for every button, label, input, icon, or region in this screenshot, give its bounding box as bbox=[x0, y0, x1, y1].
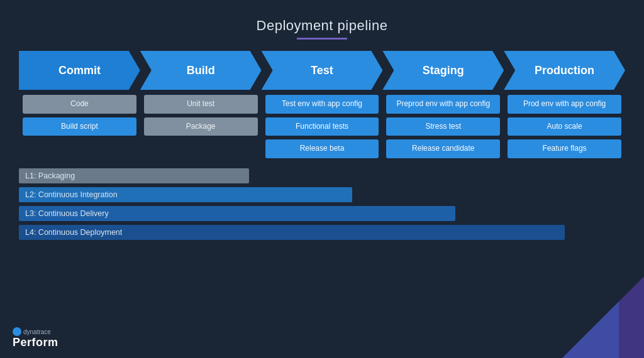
production-arrow-shape: Production bbox=[504, 51, 625, 90]
commit-label: Commit bbox=[58, 64, 101, 77]
deco-corner bbox=[562, 276, 644, 358]
levels-section: L1: Packaging L2: Continuous Integration… bbox=[19, 168, 625, 240]
staging-cards: Preprod env with app config Stress test … bbox=[382, 95, 504, 158]
build-cards: Unit test Package bbox=[140, 95, 262, 158]
commit-card-code: Code bbox=[23, 95, 136, 114]
test-card-functional: Functional tests bbox=[265, 117, 379, 136]
arrow-build: Build bbox=[140, 51, 262, 90]
level-l2-bar: L2: Continuous Integration bbox=[19, 187, 352, 202]
cards-section: Code Build script Unit test Package Test… bbox=[19, 95, 625, 158]
test-label: Test bbox=[311, 64, 333, 77]
build-label: Build bbox=[187, 64, 215, 77]
level-l4-bar: L4: Continuous Deployment bbox=[19, 225, 565, 240]
production-card-env: Prod env with app config bbox=[508, 95, 621, 114]
staging-label: Staging bbox=[423, 64, 464, 77]
staging-arrow-shape: Staging bbox=[382, 51, 504, 90]
pipeline-row: Commit Build Test Staging Production bbox=[19, 51, 625, 90]
arrow-test: Test bbox=[262, 51, 383, 90]
production-label: Production bbox=[535, 64, 594, 77]
commit-arrow-shape: Commit bbox=[19, 51, 140, 90]
level-l2-label: L2: Continuous Integration bbox=[25, 190, 118, 199]
production-cards: Prod env with app config Auto scale Feat… bbox=[504, 95, 625, 158]
deco-tri1 bbox=[562, 276, 644, 358]
staging-card-stress: Stress test bbox=[386, 117, 500, 136]
product-name: Perform bbox=[13, 336, 58, 349]
level-l1-bar: L1: Packaging bbox=[19, 168, 249, 183]
deco-tri2 bbox=[562, 301, 619, 358]
production-card-featureflags: Feature flags bbox=[508, 139, 621, 158]
brand-name: dynatrace bbox=[23, 328, 51, 335]
level-l3-label: L3: Continuous Delivery bbox=[25, 209, 109, 218]
logo-brand: dynatrace bbox=[13, 327, 51, 336]
staging-card-release-candidate: Release candidate bbox=[386, 139, 500, 158]
production-card-autoscale: Auto scale bbox=[508, 117, 621, 136]
page-title: Deployment pipeline bbox=[0, 0, 644, 34]
test-cards: Test env with app config Functional test… bbox=[262, 95, 383, 158]
test-card-release-beta: Release beta bbox=[265, 139, 379, 158]
arrow-production: Production bbox=[504, 51, 625, 90]
title-underline bbox=[297, 38, 347, 40]
test-card-env: Test env with app config bbox=[265, 95, 379, 114]
logo-area: dynatrace Perform bbox=[13, 327, 58, 349]
arrow-commit: Commit bbox=[19, 51, 140, 90]
commit-cards: Code Build script bbox=[19, 95, 140, 158]
arrow-staging: Staging bbox=[382, 51, 504, 90]
build-card-unittest: Unit test bbox=[144, 95, 258, 114]
level-l4-label: L4: Continuous Deployment bbox=[25, 228, 122, 237]
build-card-package: Package bbox=[144, 117, 258, 136]
dynatrace-icon bbox=[13, 327, 21, 336]
test-arrow-shape: Test bbox=[262, 51, 383, 90]
level-l1-label: L1: Packaging bbox=[25, 171, 75, 180]
build-arrow-shape: Build bbox=[140, 51, 262, 90]
staging-card-env: Preprod env with app config bbox=[386, 95, 500, 114]
commit-card-buildscript: Build script bbox=[23, 117, 136, 136]
level-l3-bar: L3: Continuous Delivery bbox=[19, 206, 455, 221]
